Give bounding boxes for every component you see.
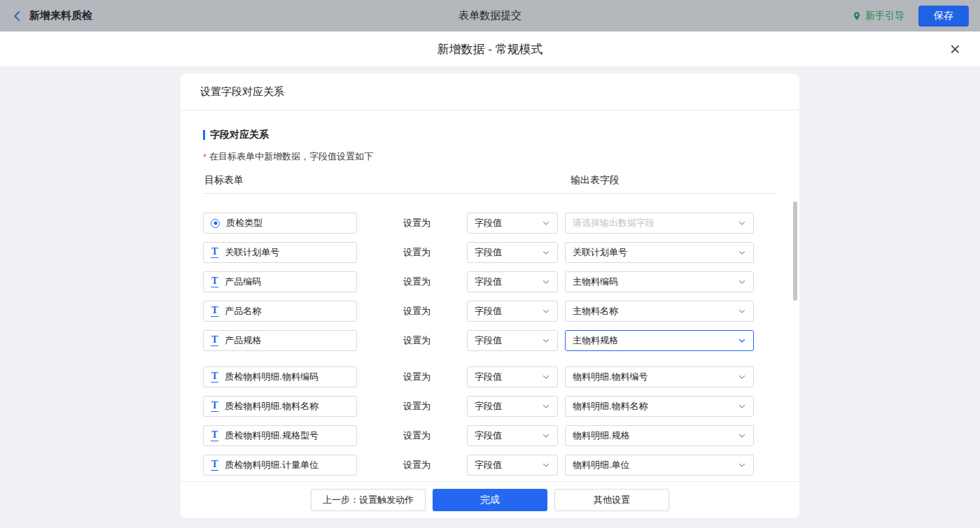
chevron-down-icon — [738, 219, 746, 227]
chevron-down-icon — [542, 461, 550, 469]
close-icon[interactable]: × — [950, 40, 960, 58]
output-select[interactable]: 物料明细.物料名称 — [565, 396, 754, 417]
other-settings-button[interactable]: 其他设置 — [554, 489, 669, 511]
mapping-row: T 产品规格 设置为 字段值 主物料规格 — [203, 330, 777, 351]
mapping-rows: T 质检类型 设置为 字段值 请选择输出数据字段 — [203, 213, 777, 476]
chevron-down-icon — [738, 402, 746, 411]
output-select-value: 物料明细.单位 — [573, 459, 630, 471]
chevron-down-icon — [542, 307, 550, 315]
chevron-down-icon — [738, 307, 746, 315]
chevron-down-icon — [542, 219, 550, 227]
output-select-value: 主物料名称 — [573, 305, 618, 317]
output-select[interactable]: 物料明细.单位 — [565, 455, 754, 476]
mode-select-value: 字段值 — [475, 246, 502, 259]
header-divider — [203, 193, 777, 194]
chevron-down-icon — [738, 373, 746, 381]
text-field-icon: T — [211, 430, 218, 441]
output-select-value: 物料明细.物料编号 — [573, 371, 648, 383]
output-select[interactable]: 主物料编码 — [565, 271, 754, 292]
text-field-icon: T — [211, 306, 218, 317]
card-body: 字段对应关系 * 在目标表单中新增数据，字段值设置如下 目标表单 输出表字段 T — [181, 110, 799, 481]
mode-select-value: 字段值 — [475, 305, 502, 317]
target-field-box: T 产品规格 — [203, 330, 357, 351]
output-select-value: 主物料编码 — [573, 276, 618, 288]
mapping-row: T 质检物料明细.物料编码 设置为 字段值 物料明细.物料编号 — [203, 366, 777, 387]
output-select[interactable]: 主物料规格 — [565, 330, 754, 351]
text-field-icon: T — [211, 401, 218, 412]
chevron-down-icon — [542, 248, 550, 257]
target-field-box: T 质检类型 — [203, 213, 357, 234]
output-select[interactable]: 物料明细.规格 — [565, 425, 754, 446]
mapping-row: T 关联计划单号 设置为 字段值 关联计划单号 — [203, 242, 777, 263]
output-select[interactable]: 物料明细.物料编号 — [565, 366, 754, 387]
mode-select[interactable]: 字段值 — [467, 213, 558, 234]
target-field-label: 产品名称 — [225, 305, 261, 317]
mode-select-value: 字段值 — [475, 371, 502, 383]
radio-field-icon — [211, 219, 220, 228]
topbar-title: 表单数据提交 — [458, 9, 522, 22]
target-field-box: T 产品编码 — [203, 271, 357, 292]
output-select-value: 主物料规格 — [573, 334, 618, 347]
mapping-row: T 产品编码 设置为 字段值 主物料编码 — [203, 271, 777, 292]
mapping-row: T 质检物料明细.规格型号 设置为 字段值 物料明细.规格 — [203, 425, 777, 446]
section-title-accent-bar — [203, 130, 205, 140]
chevron-down-icon — [542, 402, 550, 411]
text-field-icon: T — [211, 371, 218, 383]
back-button[interactable] — [11, 10, 24, 22]
target-field-box: T 质检物料明细.物料名称 — [203, 396, 357, 417]
done-button[interactable]: 完成 — [433, 489, 547, 511]
output-select-value: 物料明细.规格 — [573, 429, 630, 442]
output-select-value: 请选择输出数据字段 — [573, 217, 654, 229]
modal-header: 新增数据 - 常规模式 × — [0, 31, 980, 66]
chevron-down-icon — [542, 431, 550, 440]
set-as-label: 设置为 — [403, 371, 433, 383]
mode-select[interactable]: 字段值 — [467, 301, 558, 322]
set-as-label: 设置为 — [403, 246, 433, 259]
mode-select[interactable]: 字段值 — [467, 271, 558, 292]
card-header: 设置字段对应关系 — [181, 73, 799, 110]
topbar: 新增来料质检 表单数据提交 新手引导 保存 — [0, 0, 980, 31]
target-field-label: 质检物料明细.物料编码 — [225, 371, 318, 383]
scrollbar-track[interactable] — [792, 112, 797, 480]
prev-step-button[interactable]: 上一步：设置触发动作 — [311, 489, 426, 511]
target-field-label: 产品规格 — [225, 334, 261, 347]
set-as-label: 设置为 — [403, 400, 433, 413]
text-field-icon: T — [211, 276, 218, 287]
output-select[interactable]: 关联计划单号 — [565, 242, 754, 263]
field-mapping-card: 设置字段对应关系 字段对应关系 * 在目标表单中新增数据，字段值设置如下 目标表… — [181, 73, 799, 518]
section-title-label: 字段对应关系 — [210, 129, 269, 141]
section-title: 字段对应关系 — [203, 129, 777, 141]
output-select-value: 关联计划单号 — [573, 246, 627, 259]
chevron-down-icon — [738, 336, 746, 345]
chevron-down-icon — [542, 278, 550, 286]
mode-select[interactable]: 字段值 — [467, 366, 558, 387]
mode-select-value: 字段值 — [475, 217, 502, 229]
text-field-icon: T — [211, 459, 218, 471]
mode-select[interactable]: 字段值 — [467, 242, 558, 263]
mode-select[interactable]: 字段值 — [467, 455, 558, 476]
target-field-box: T 产品名称 — [203, 301, 357, 322]
mode-select-value: 字段值 — [475, 429, 502, 442]
set-as-label: 设置为 — [403, 429, 433, 442]
chevron-down-icon — [738, 248, 746, 257]
chevron-down-icon — [738, 278, 746, 286]
column-header-target: 目标表单 — [204, 174, 244, 187]
mapping-row: T 质检物料明细.计量单位 设置为 字段值 物料明细.单位 — [203, 455, 777, 476]
target-field-box: T 质检物料明细.规格型号 — [203, 425, 357, 446]
beginner-guide-link[interactable]: 新手引导 — [852, 10, 904, 22]
chevron-down-icon — [542, 373, 550, 381]
scrollbar-thumb[interactable] — [793, 201, 797, 301]
mode-select[interactable]: 字段值 — [467, 330, 558, 351]
mapping-row: T 产品名称 设置为 字段值 主物料名称 — [203, 301, 777, 322]
save-button[interactable]: 保存 — [918, 6, 969, 27]
modal-title: 新增数据 - 常规模式 — [437, 41, 542, 57]
output-select[interactable]: 请选择输出数据字段 — [565, 213, 754, 234]
target-field-label: 质检物料明细.物料名称 — [225, 400, 318, 413]
guide-pin-icon — [852, 11, 862, 21]
mode-select[interactable]: 字段值 — [467, 425, 558, 446]
output-select[interactable]: 主物料名称 — [565, 301, 754, 322]
description-text: 在目标表单中新增数据，字段值设置如下 — [209, 150, 373, 163]
mode-select[interactable]: 字段值 — [467, 396, 558, 417]
workflow-title: 新增来料质检 — [29, 9, 92, 22]
mode-select-value: 字段值 — [475, 334, 502, 347]
